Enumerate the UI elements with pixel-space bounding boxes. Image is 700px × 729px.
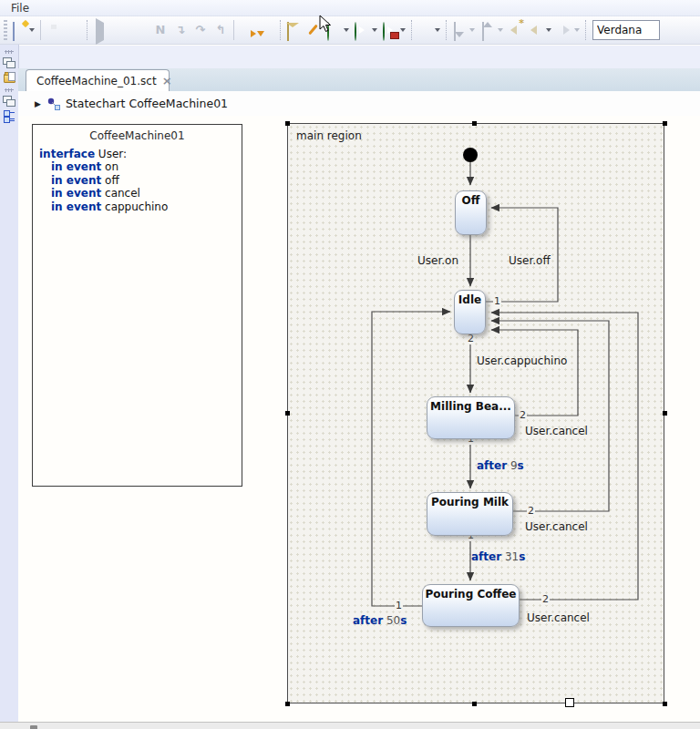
run-dropdown-arrow[interactable] <box>372 28 377 32</box>
last-edit-location-button[interactable] <box>506 19 526 41</box>
status-bar <box>0 722 700 729</box>
state-idle[interactable]: Idle <box>454 290 486 334</box>
profile-icon <box>383 22 385 41</box>
pause-button[interactable] <box>110 19 130 41</box>
toolbar-separator <box>446 20 447 40</box>
restore-view-icon <box>6 99 15 107</box>
step-into-icon: ↴ <box>173 23 188 37</box>
export-dropdown-arrow[interactable] <box>498 28 503 32</box>
step-over-button[interactable]: ↷ <box>190 19 211 41</box>
import-icon <box>454 22 456 41</box>
font-combo[interactable] <box>592 20 660 40</box>
toolbar-separator <box>40 20 41 40</box>
selection-handle-top-mid[interactable] <box>472 121 477 126</box>
fast-view-sidebar <box>0 45 19 722</box>
run-button[interactable] <box>352 19 380 41</box>
import-button[interactable] <box>449 19 478 41</box>
outline-icon <box>4 110 10 117</box>
sidebar-grip[interactable] <box>5 88 14 92</box>
priority-pouring-coffee-to-idle[interactable]: 1 <box>395 601 403 611</box>
selection-handle-bottom-left[interactable] <box>285 702 290 706</box>
label-user-cancel-pouring-milk[interactable]: User.cancel <box>525 520 588 533</box>
priority-milling-cancel[interactable]: 2 <box>519 410 527 421</box>
tab-coffeemachine-01[interactable]: CoffeeMachine_01.sct × <box>26 69 170 91</box>
run-last-tool-button[interactable] <box>237 19 257 41</box>
state-off[interactable]: Off <box>455 190 487 235</box>
save-button[interactable] <box>44 19 64 41</box>
outline-view-button[interactable] <box>3 110 15 121</box>
menu-bar: File <box>0 0 700 16</box>
tab-title: CoffeeMachine_01.sct <box>36 75 157 87</box>
import-dropdown-arrow[interactable] <box>469 28 475 32</box>
step-return-icon: ↰ <box>213 23 228 37</box>
toolbar-separator <box>87 20 88 40</box>
skip-breakpoints-icon: N <box>153 23 168 37</box>
simulation-button[interactable] <box>283 19 304 41</box>
generate-artifacts-button[interactable] <box>257 19 277 41</box>
back-dropdown-arrow[interactable] <box>546 28 551 32</box>
profile-button[interactable] <box>380 19 408 41</box>
step-return-button[interactable]: ↰ <box>211 19 231 41</box>
label-user-cancel-milling[interactable]: User.cancel <box>525 425 588 437</box>
selection-handle-bottom-right[interactable] <box>663 702 667 706</box>
export-button[interactable] <box>478 19 506 41</box>
sidebar-grip[interactable] <box>5 50 14 54</box>
selection-handle-mid-right[interactable] <box>663 411 667 416</box>
main-toolbar: N ↴ ↷ ↰ <box>0 16 700 45</box>
project-explorer-button[interactable] <box>3 72 15 83</box>
forward-button[interactable] <box>554 19 582 41</box>
editor-tab-strip: CoffeeMachine_01.sct × <box>18 68 700 92</box>
selection-handle-top-left[interactable] <box>285 121 290 126</box>
breadcrumb-label[interactable]: Statechart CoffeeMachine01 <box>66 97 228 110</box>
new-wizard-button[interactable] <box>9 19 37 41</box>
font-combo-input[interactable] <box>593 24 661 36</box>
label-user-cappuchino[interactable]: User.cappuchino <box>477 354 567 367</box>
label-after-9s[interactable]: after 9s <box>477 459 524 472</box>
label-user-on[interactable]: User.on <box>417 254 458 267</box>
label-user-cancel-pouring-coffee[interactable]: User.cancel <box>527 611 590 624</box>
breadcrumb-expand-icon[interactable]: ▶ <box>35 99 41 108</box>
new-icon <box>13 22 15 41</box>
initial-state[interactable] <box>463 148 478 162</box>
toolbar-separator <box>411 20 412 40</box>
export-icon <box>482 22 484 41</box>
label-after-31s[interactable]: after 31s <box>471 550 525 563</box>
terminate-button[interactable] <box>130 19 150 41</box>
state-milling-beans[interactable]: Milling Bea... <box>427 396 515 439</box>
priority-idle-to-off[interactable]: 1 <box>493 296 501 307</box>
format-diagram-button[interactable] <box>415 19 443 41</box>
restore-view-icon <box>6 61 15 68</box>
diagram-canvas[interactable]: CoffeeMachine01 interface User: in event… <box>18 116 700 722</box>
page-icon <box>8 72 15 81</box>
restore-view-button[interactable] <box>3 57 15 68</box>
skip-breakpoints-button[interactable]: N <box>150 19 170 41</box>
selection-handle-mid-left[interactable] <box>285 411 290 416</box>
selection-handle-top-right[interactable] <box>663 121 667 126</box>
step-over-icon: ↷ <box>193 23 208 37</box>
label-user-off[interactable]: User.off <box>509 254 551 267</box>
transition-wires <box>18 116 700 722</box>
label-after-50s[interactable]: after 50s <box>353 614 407 627</box>
priority-pouring-milk-cancel[interactable]: 2 <box>527 506 535 517</box>
selection-handle-resize[interactable] <box>565 698 574 707</box>
debug-dropdown-arrow[interactable] <box>344 28 349 32</box>
back-button[interactable] <box>526 19 554 41</box>
toolbar-grip[interactable] <box>4 20 7 40</box>
step-into-button[interactable]: ↴ <box>170 19 190 41</box>
format-dropdown-arrow[interactable] <box>435 28 440 32</box>
priority-idle-to-milling[interactable]: 2 <box>467 334 475 344</box>
save-all-button[interactable] <box>64 19 84 41</box>
priority-pouring-coffee-cancel[interactable]: 2 <box>541 594 550 605</box>
selection-handle-bottom-mid[interactable] <box>472 702 477 706</box>
profile-dropdown-arrow[interactable] <box>400 28 406 32</box>
tab-close-icon[interactable]: × <box>162 76 172 87</box>
new-dropdown-arrow[interactable] <box>29 28 35 32</box>
transition-pouring-coffee-to-idle <box>372 312 450 606</box>
resume-button[interactable] <box>90 19 110 41</box>
restore-view-button[interactable] <box>3 96 15 107</box>
state-pouring-coffee[interactable]: Pouring Coffee <box>422 584 520 627</box>
forward-dropdown-arrow[interactable] <box>574 28 580 32</box>
menu-file[interactable]: File <box>7 1 33 15</box>
run-icon <box>355 22 356 41</box>
state-pouring-milk[interactable]: Pouring Milk <box>427 492 513 536</box>
